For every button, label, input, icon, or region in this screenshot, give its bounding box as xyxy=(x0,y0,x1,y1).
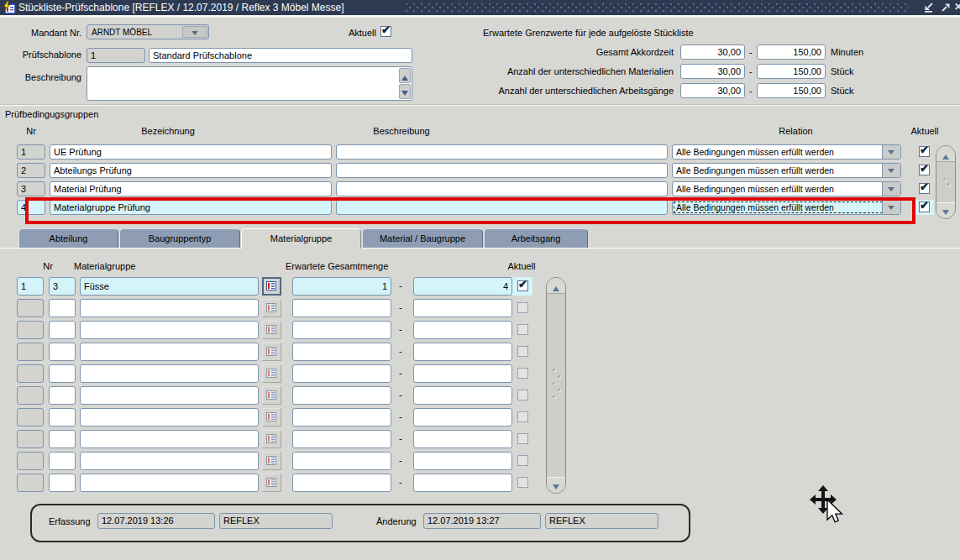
material-row-empty[interactable]: - xyxy=(0,343,605,361)
materialgruppe-name-field[interactable]: Füsse xyxy=(80,277,259,296)
materialgruppe-name-field[interactable] xyxy=(80,452,259,470)
scroll-up-icon[interactable] xyxy=(936,146,955,162)
materialgruppe-code-field[interactable] xyxy=(49,321,76,339)
aktuell-checkbox[interactable] xyxy=(517,390,528,400)
limit-min-field[interactable]: 30,00 xyxy=(680,44,745,60)
aktuell-checkbox[interactable] xyxy=(517,455,528,466)
material-row[interactable]: 1 3 Füsse 1 - 4 xyxy=(0,277,605,296)
material-row-empty[interactable]: - xyxy=(0,386,605,405)
title-bar[interactable]: Stückliste-Prüfschablone [REFLEX / 12.07… xyxy=(0,0,960,15)
tab-abteilung[interactable]: Abteilung xyxy=(18,228,118,248)
limit-max-field[interactable]: 150,00 xyxy=(757,64,826,79)
menge-min-field[interactable] xyxy=(292,343,391,361)
limit-max-field[interactable]: 150,00 xyxy=(757,44,826,60)
material-row-empty[interactable]: - xyxy=(0,364,605,383)
menge-min-field[interactable]: 1 xyxy=(292,277,391,296)
materialgruppe-code-field[interactable]: 3 xyxy=(49,277,76,296)
relation-dropdown[interactable]: Alle Bedingungen müssen erfüllt werden xyxy=(672,163,901,178)
beschreibung-field[interactable] xyxy=(336,181,668,196)
mandant-combo[interactable]: ARNDT MÖBEL xyxy=(87,24,209,39)
menge-max-field[interactable] xyxy=(413,408,512,427)
chevron-down-icon[interactable] xyxy=(182,26,207,38)
material-row-empty[interactable]: - xyxy=(0,452,605,470)
menge-max-field[interactable] xyxy=(413,364,512,383)
aktuell-checkbox[interactable] xyxy=(517,346,528,357)
menge-min-field[interactable] xyxy=(292,364,391,383)
tab-baugruppentyp[interactable]: Baugruppentyp xyxy=(119,228,240,248)
materialgruppe-code-field[interactable] xyxy=(49,364,76,383)
gruppen-row-selected[interactable]: 4 Materialgruppe Prüfung Alle Bedingunge… xyxy=(0,200,960,218)
tab-arbeitsgang[interactable]: Arbeitsgang xyxy=(484,228,588,248)
bezeichnung-field[interactable]: Materialgruppe Prüfung xyxy=(50,200,332,215)
aktuell-checkbox[interactable] xyxy=(517,411,528,422)
materialgruppe-name-field[interactable] xyxy=(80,430,259,448)
bezeichnung-field[interactable]: Abteilungs Prüfung xyxy=(50,163,332,178)
relation-dropdown[interactable]: Alle Bedingungen müssen erfüllt werden xyxy=(672,181,901,196)
menge-min-field[interactable] xyxy=(292,452,391,470)
bezeichnung-field[interactable]: Material Prüfung xyxy=(50,181,332,196)
pruefschablone-nr-field[interactable]: 1 xyxy=(87,48,145,63)
header-aktuell-checkbox[interactable] xyxy=(380,26,391,37)
menge-min-field[interactable] xyxy=(292,474,391,492)
gruppen-scrollbar[interactable] xyxy=(936,145,956,219)
materialgruppe-name-field[interactable] xyxy=(80,474,259,492)
menge-min-field[interactable] xyxy=(292,430,391,448)
aktuell-checkbox[interactable] xyxy=(919,201,930,212)
material-row-empty[interactable]: - xyxy=(0,474,605,492)
limit-min-field[interactable]: 30,00 xyxy=(680,64,745,79)
tab-material-baugruppe[interactable]: Material / Baugruppe xyxy=(362,228,483,248)
material-row-empty[interactable]: - xyxy=(0,430,605,448)
beschreibung-field[interactable] xyxy=(336,200,668,215)
materialgruppe-code-field[interactable] xyxy=(49,299,76,317)
dock-window-icon[interactable] xyxy=(923,3,935,13)
menge-max-field[interactable] xyxy=(413,386,512,405)
limit-max-field[interactable]: 150,00 xyxy=(757,83,826,98)
aktuell-checkbox[interactable] xyxy=(517,368,528,379)
menge-max-field[interactable] xyxy=(413,321,512,339)
bezeichnung-field[interactable]: UE Prüfung xyxy=(50,144,332,160)
materialgruppe-code-field[interactable] xyxy=(49,408,76,427)
pruefschablone-name-field[interactable]: Standard Prüfschablone xyxy=(149,48,412,63)
relation-dropdown[interactable]: Alle Bedingungen müssen erfüllt werden xyxy=(672,144,901,160)
relation-dropdown[interactable]: Alle Bedingungen müssen erfüllt werden xyxy=(672,200,901,215)
beschreibung-textarea[interactable] xyxy=(87,66,412,101)
materialgruppe-code-field[interactable] xyxy=(49,343,76,361)
materialgruppe-name-field[interactable] xyxy=(80,343,259,361)
close-window-icon[interactable]: ✕ xyxy=(954,1,960,13)
material-row-empty[interactable]: - xyxy=(0,299,605,317)
materialgruppe-code-field[interactable] xyxy=(49,386,76,405)
chevron-down-icon[interactable] xyxy=(882,164,900,177)
materialgruppe-code-field[interactable] xyxy=(49,474,76,492)
beschreibung-field[interactable] xyxy=(336,163,668,178)
menge-max-field[interactable] xyxy=(413,452,512,470)
aktuell-checkbox[interactable] xyxy=(919,165,930,175)
menge-min-field[interactable] xyxy=(292,321,391,339)
aktuell-checkbox[interactable] xyxy=(517,433,528,444)
materialgruppe-name-field[interactable] xyxy=(80,299,259,317)
chevron-down-icon[interactable] xyxy=(882,201,900,214)
gruppen-row[interactable]: 3 Material Prüfung Alle Bedingungen müss… xyxy=(0,181,960,200)
aktuell-checkbox[interactable] xyxy=(517,302,528,313)
menge-min-field[interactable] xyxy=(292,408,391,427)
menge-min-field[interactable] xyxy=(292,386,391,405)
limit-min-field[interactable]: 30,00 xyxy=(680,83,745,98)
menge-max-field[interactable] xyxy=(413,474,512,492)
aktuell-checkbox[interactable] xyxy=(517,324,528,335)
aktuell-checkbox[interactable] xyxy=(919,146,930,157)
materialgruppe-name-field[interactable] xyxy=(80,321,259,339)
material-row-empty[interactable]: - xyxy=(0,321,605,339)
aktuell-checkbox[interactable] xyxy=(517,477,528,488)
menge-min-field[interactable] xyxy=(292,299,391,317)
scroll-up-icon[interactable] xyxy=(547,278,565,294)
menge-max-field[interactable]: 4 xyxy=(413,277,512,296)
chevron-down-icon[interactable] xyxy=(882,182,900,196)
tab-materialgruppe[interactable]: Materialgruppe xyxy=(241,228,361,249)
chevron-down-icon[interactable] xyxy=(882,145,900,159)
materialgruppe-name-field[interactable] xyxy=(80,364,259,383)
maximize-window-icon[interactable] xyxy=(940,3,952,13)
menge-max-field[interactable] xyxy=(413,299,512,317)
lov-button[interactable] xyxy=(262,277,281,296)
scroll-down-icon[interactable] xyxy=(936,202,955,218)
material-row-empty[interactable]: - xyxy=(0,408,605,427)
menge-max-field[interactable] xyxy=(413,343,512,361)
